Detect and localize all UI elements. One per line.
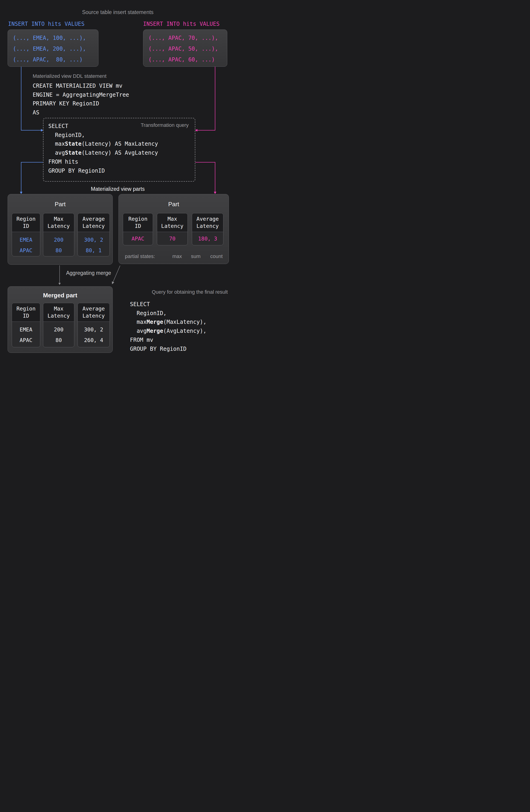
code-line: maxMerge(MaxLatency), bbox=[130, 318, 206, 327]
table-cell: APAC bbox=[123, 233, 153, 244]
column-header: Region ID bbox=[12, 213, 40, 232]
insert-box-left: (..., EMEA, 100, ...), (..., EMEA, 200, … bbox=[8, 29, 99, 67]
part-right-col-max: Max Latency 70 bbox=[157, 213, 188, 245]
part-right-col-avg: Average Latency 180, 3 bbox=[192, 213, 223, 245]
partial-states-tag-sum: sum bbox=[189, 253, 202, 259]
final-query-label: Query for obtaining the final result bbox=[126, 289, 228, 295]
column-header-line: Average bbox=[196, 215, 219, 222]
code-line: CREATE MATERIALIZED VIEW mv bbox=[33, 82, 129, 90]
column-values: 200 80 bbox=[43, 232, 74, 256]
column-header-line: ID bbox=[23, 222, 29, 230]
partial-states-tag-count: count bbox=[209, 253, 224, 259]
column-header-line: Max bbox=[54, 215, 63, 222]
part-left-col-max: Max Latency 200 80 bbox=[43, 213, 74, 257]
part-left-col-region: Region ID EMEA APAC bbox=[12, 213, 40, 257]
part-left-col-avg: Average Latency 300, 2 80, 1 bbox=[77, 213, 110, 257]
arrowhead-part-right-to-merged bbox=[112, 281, 114, 285]
ddl-label: Materialized view DDL statement bbox=[33, 73, 106, 79]
table-cell: 300, 2 bbox=[78, 234, 109, 245]
column-header: Region ID bbox=[123, 213, 153, 232]
column-header-line: Latency bbox=[83, 312, 105, 319]
code-line: (..., APAC, 50, ...), bbox=[148, 44, 227, 54]
code-line: GROUP BY RegionID bbox=[48, 166, 158, 175]
code-line: maxState(Latency) AS MaxLatency bbox=[48, 140, 158, 148]
table-cell: 80, 1 bbox=[78, 245, 109, 256]
column-header-line: Max bbox=[167, 215, 177, 222]
code-line: GROUP BY RegionID bbox=[130, 345, 206, 353]
code-line: FROM hits bbox=[48, 157, 158, 166]
column-header-line: Latency bbox=[196, 222, 219, 230]
column-values: APAC bbox=[123, 232, 153, 245]
aggregating-merge-label: Aggregating merge bbox=[56, 270, 121, 276]
code-line: (..., EMEA, 200, ...), bbox=[13, 44, 98, 54]
insert-left-header: INSERT INTO hits VALUES bbox=[8, 21, 85, 27]
code-line: PRIMARY KEY RegionID bbox=[33, 99, 129, 108]
code-line: RegionID, bbox=[48, 131, 158, 140]
code-line: (..., APAC, 70, ...), bbox=[148, 33, 227, 44]
column-header: Max Latency bbox=[157, 213, 188, 232]
code-line: AS bbox=[33, 108, 129, 117]
table-cell: APAC bbox=[12, 245, 40, 256]
merged-part-box: Merged part Region ID EMEA APAC Max Late… bbox=[8, 286, 113, 353]
table-cell: 70 bbox=[157, 233, 188, 244]
column-header-line: Latency bbox=[161, 222, 183, 230]
code-line: avgMerge(AvgLatency), bbox=[130, 327, 206, 336]
column-values: 300, 2 80, 1 bbox=[78, 232, 109, 256]
arrowhead-part-left-to-merged bbox=[58, 283, 61, 285]
column-header-line: Region bbox=[128, 215, 147, 222]
column-values: 70 bbox=[157, 232, 188, 245]
insert-right-header: INSERT INTO hits VALUES bbox=[143, 21, 219, 27]
column-header-line: Latency bbox=[48, 312, 70, 319]
part-left-title: Part bbox=[8, 201, 113, 208]
table-cell: 300, 2 bbox=[78, 324, 109, 335]
transformation-query-code: SELECT RegionID, maxState(Latency) AS Ma… bbox=[48, 122, 158, 175]
table-cell: 260, 4 bbox=[78, 335, 109, 346]
table-cell: 80 bbox=[43, 245, 74, 256]
merged-col-region: Region ID EMEA APAC bbox=[12, 303, 40, 347]
arrowhead-insert-right-to-query bbox=[195, 129, 197, 132]
column-values: EMEA APAC bbox=[12, 322, 40, 346]
column-header-line: Average bbox=[83, 305, 105, 312]
table-cell: 200 bbox=[43, 324, 74, 335]
insert-box-right: (..., APAC, 70, ...), (..., APAC, 50, ..… bbox=[143, 29, 227, 67]
diagram-canvas: Source table insert statements INSERT IN… bbox=[0, 0, 236, 361]
column-header: Max Latency bbox=[43, 213, 74, 232]
table-cell: EMEA bbox=[12, 324, 40, 335]
code-line: (..., APAC, 80, ...) bbox=[13, 54, 98, 65]
column-header-line: ID bbox=[23, 312, 29, 319]
ddl-code: CREATE MATERIALIZED VIEW mvENGINE = Aggr… bbox=[33, 82, 129, 117]
code-line: (..., EMEA, 100, ...), bbox=[13, 33, 98, 44]
column-header: Average Latency bbox=[78, 303, 109, 322]
column-values: 180, 3 bbox=[192, 232, 223, 245]
page-title: Source table insert statements bbox=[0, 9, 236, 15]
final-query-code: SELECT RegionID, maxMerge(MaxLatency), a… bbox=[130, 300, 206, 353]
code-line: SELECT bbox=[48, 122, 158, 131]
part-right-col-region: Region ID APAC bbox=[123, 213, 153, 245]
code-line: FROM mv bbox=[130, 336, 206, 345]
merged-col-max: Max Latency 200 80 bbox=[43, 303, 74, 347]
table-cell: EMEA bbox=[12, 234, 40, 245]
part-box-left: Part Region ID EMEA APAC Max Latency 200… bbox=[8, 194, 113, 265]
column-header-line: Region bbox=[16, 305, 35, 312]
part-right-title: Part bbox=[119, 201, 229, 208]
code-line: SELECT bbox=[130, 300, 206, 309]
parts-heading: Materialized view parts bbox=[0, 186, 236, 192]
column-header-line: Average bbox=[83, 215, 105, 222]
code-line: RegionID, bbox=[130, 309, 206, 318]
code-line: avgState(Latency) AS AvgLatency bbox=[48, 148, 158, 157]
column-header: Region ID bbox=[12, 303, 40, 322]
column-header: Max Latency bbox=[43, 303, 74, 322]
column-header-line: Region bbox=[16, 215, 35, 222]
code-line: ENGINE = AggregatingMergeTree bbox=[33, 90, 129, 99]
column-values: 200 80 bbox=[43, 322, 74, 346]
column-header: Average Latency bbox=[192, 213, 223, 232]
table-cell: 200 bbox=[43, 234, 74, 245]
column-values: EMEA APAC bbox=[12, 232, 40, 256]
column-header-line: Latency bbox=[83, 222, 105, 230]
merged-part-title: Merged part bbox=[8, 292, 113, 299]
partial-states-label: partial states: bbox=[125, 253, 155, 259]
column-header: Average Latency bbox=[78, 213, 109, 232]
partial-states-tag-max: max bbox=[171, 253, 183, 259]
column-header-line: ID bbox=[135, 222, 141, 230]
table-cell: 80 bbox=[43, 335, 74, 346]
